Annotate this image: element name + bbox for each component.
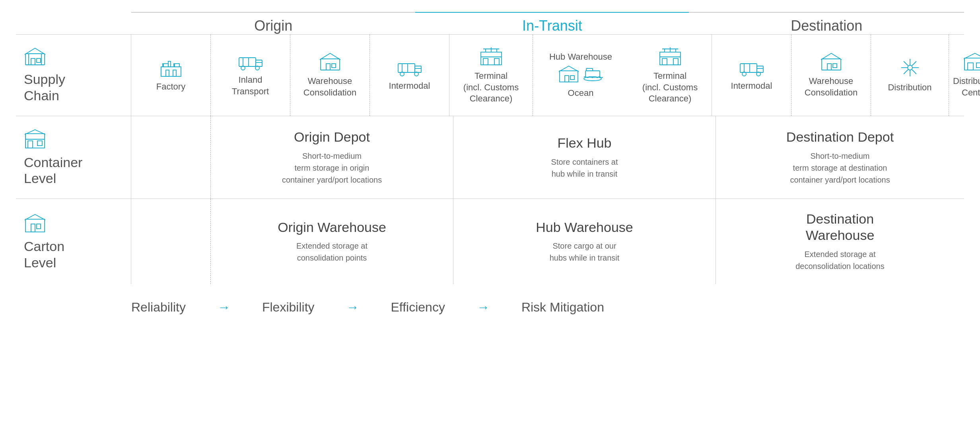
flex-hub-title: Flex Hub xyxy=(557,135,611,151)
supply-chain-label-cell: SupplyChain xyxy=(16,35,131,116)
carton-level-icon xyxy=(24,212,46,234)
container-level-text: ContainerLevel xyxy=(24,154,82,187)
destination-warehouse-cell: DestinationWarehouse Extended storage at… xyxy=(716,199,964,284)
terminal-dest-cell: Terminal(incl. CustomsClearance) xyxy=(628,35,712,116)
destination-warehouse-title: DestinationWarehouse xyxy=(806,211,875,243)
svg-rect-13 xyxy=(168,61,171,67)
carton-level-cells: Origin Warehouse Extended storage atcons… xyxy=(131,199,964,284)
terminal-origin-label: Terminal(incl. CustomsClearance) xyxy=(463,70,519,105)
flexibility-label: Flexibility xyxy=(262,300,315,315)
origin-depot-cell: Origin Depot Short-to-mediumterm storage… xyxy=(211,116,453,199)
inland-transport-label: InlandTransport xyxy=(232,74,269,97)
header-in-transit: In-Transit xyxy=(415,12,689,34)
svg-rect-84 xyxy=(28,141,33,148)
reliability-label: Reliability xyxy=(131,300,186,315)
terminal-origin-cell: Terminal(incl. CustomsClearance) xyxy=(449,35,533,116)
destination-depot-desc: Short-to-mediumterm storage at destinati… xyxy=(790,150,890,186)
origin-warehouse-desc: Extended storage atconsolidation points xyxy=(296,240,368,264)
svg-rect-36 xyxy=(494,58,499,65)
container-level-row: ContainerLevel Origin Depot Short-to-med… xyxy=(16,116,964,199)
flex-hub-cell: Flex Hub Store containers athub while in… xyxy=(453,116,716,199)
svg-rect-23 xyxy=(326,64,330,70)
intermodal-origin-label: Intermodal xyxy=(389,80,430,92)
factory-label: Factory xyxy=(156,81,185,93)
svg-rect-57 xyxy=(740,64,757,72)
hub-warehouse-carton-desc: Store cargo at ourhubs while in transit xyxy=(550,240,620,264)
intermodal-dest-icon xyxy=(739,59,764,76)
terminal-origin-icon xyxy=(479,46,503,66)
destination-depot-title: Destination Depot xyxy=(786,129,894,145)
header-row: Origin In-Transit Destination xyxy=(16,12,964,34)
intermodal-dest-label: Intermodal xyxy=(731,80,772,92)
container-level-icon xyxy=(24,128,46,150)
hub-warehouse-carton-cell: Hub Warehouse Store cargo at ourhubs whi… xyxy=(453,199,716,284)
svg-rect-15 xyxy=(256,60,262,66)
svg-rect-67 xyxy=(833,64,837,68)
svg-rect-14 xyxy=(239,58,256,66)
header-destination: Destination xyxy=(689,12,964,34)
ocean-ship-icon xyxy=(582,68,603,82)
svg-rect-51 xyxy=(662,58,667,65)
supply-chain-row: SupplyChain xyxy=(16,34,964,116)
svg-rect-5 xyxy=(161,67,181,76)
svg-rect-85 xyxy=(37,141,42,146)
warehouse-consolidation-origin-label: WarehouseConsolidation xyxy=(303,76,356,98)
intermodal-origin-icon xyxy=(397,59,422,76)
distribution-center-icon xyxy=(963,52,980,72)
hub-warehouse-icon xyxy=(558,64,579,84)
svg-rect-25 xyxy=(398,64,415,72)
risk-mitigation-label: Risk Mitigation xyxy=(521,300,604,315)
inland-transport-icon xyxy=(238,53,263,70)
carton-level-text: CartonLevel xyxy=(24,238,64,271)
destination-label: Destination xyxy=(791,18,862,34)
origin-warehouse-cell: Origin Warehouse Extended storage atcons… xyxy=(211,199,453,284)
intermodal-origin-cell: Intermodal xyxy=(370,35,449,116)
svg-rect-79 xyxy=(976,63,980,68)
factory-cell: Factory xyxy=(131,35,211,116)
supply-chain-text: SupplyChain xyxy=(24,71,65,104)
svg-rect-44 xyxy=(585,71,600,77)
footer-arrow-2: → xyxy=(346,300,359,315)
svg-point-68 xyxy=(908,65,912,70)
svg-line-73 xyxy=(904,61,908,66)
main-container: Origin In-Transit Destination xyxy=(0,0,980,327)
svg-rect-43 xyxy=(570,76,574,80)
distribution-center-cell: DistributionCenter xyxy=(949,35,980,116)
warehouse-consolidation-origin-cell: WarehouseConsolidation xyxy=(290,35,370,116)
svg-line-75 xyxy=(912,61,916,66)
ocean-label: Ocean xyxy=(568,88,594,99)
svg-rect-9 xyxy=(173,70,176,76)
inland-transport-cell: InlandTransport xyxy=(211,35,290,116)
supply-chain-cells: Factory InlandTransport xyxy=(131,35,980,116)
footer-efficiency: Efficiency xyxy=(391,300,445,315)
container-factory-empty xyxy=(131,116,211,199)
svg-rect-42 xyxy=(565,76,569,82)
svg-rect-35 xyxy=(483,58,488,65)
carton-factory-empty xyxy=(131,199,211,284)
warehouse-consolidation-origin-icon xyxy=(319,52,341,72)
hub-warehouse-carton-title: Hub Warehouse xyxy=(536,219,633,236)
footer-risk-mitigation: Risk Mitigation xyxy=(521,300,604,315)
in-transit-label: In-Transit xyxy=(522,18,582,34)
svg-rect-2 xyxy=(37,58,41,62)
factory-icon xyxy=(160,58,182,77)
flex-hub-desc: Store containers athub while in transit xyxy=(551,156,618,180)
svg-rect-24 xyxy=(332,64,336,68)
svg-rect-26 xyxy=(415,66,421,72)
footer-arrow-3: → xyxy=(477,300,490,315)
footer-reliability: Reliability xyxy=(131,300,186,315)
svg-rect-77 xyxy=(964,58,980,70)
footer-flexibility: Flexibility xyxy=(262,300,315,315)
svg-rect-58 xyxy=(757,66,763,72)
destination-warehouse-desc: Extended storage atdeconsolidation locat… xyxy=(795,248,885,272)
svg-rect-89 xyxy=(37,224,41,229)
footer-row: Reliability → Flexibility → Efficiency →… xyxy=(16,296,964,319)
footer-arrow-1: → xyxy=(218,300,230,315)
distribution-cell: Distribution xyxy=(871,35,949,116)
hub-warehouse-label: Hub Warehouse xyxy=(549,52,612,62)
warehouse-consolidation-dest-cell: WarehouseConsolidation xyxy=(791,35,871,116)
terminal-dest-icon xyxy=(658,46,682,66)
carton-level-row: CartonLevel Origin Warehouse Extended st… xyxy=(16,199,964,284)
svg-rect-8 xyxy=(166,70,169,76)
efficiency-label: Efficiency xyxy=(391,300,445,315)
